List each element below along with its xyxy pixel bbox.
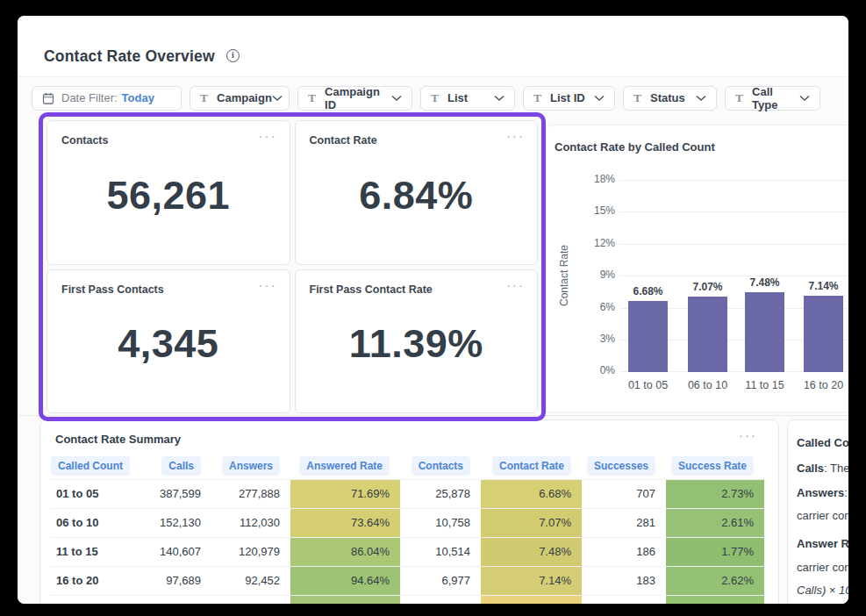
bar-value-label: 7.14% (808, 280, 838, 292)
column-header-answers[interactable]: Answers (222, 456, 280, 476)
chart-title: Contact Rate by Called Count (555, 140, 715, 154)
bar-column: 7.07% (688, 180, 727, 372)
kpi-menu-dots[interactable]: ··· (506, 281, 525, 290)
column-header-contact-rate[interactable]: Contact Rate (492, 456, 571, 476)
y-tick: 15% (580, 204, 615, 217)
kpi-title: Contact Rate (310, 134, 377, 147)
bar-11-to-15[interactable] (745, 292, 784, 372)
date-filter-chip[interactable]: Date Filter: Today (32, 86, 182, 111)
filter-chip-campaign-id[interactable]: T Campaign ID (297, 86, 412, 111)
chevron-down-icon (696, 95, 706, 102)
text-type-icon: T (633, 91, 641, 105)
column-header-answered-rate[interactable]: Answered Rate (299, 456, 390, 476)
y-tick: 12% (580, 237, 615, 249)
info-icon[interactable]: i (226, 49, 240, 62)
bar-value-label: 6.68% (633, 285, 662, 297)
filter-chip-list[interactable]: T List (420, 86, 515, 111)
filter-chip-call-type[interactable]: T Call Type (725, 86, 820, 111)
bar-column: 7.48% (745, 180, 784, 372)
text-type-icon: T (735, 91, 743, 105)
kpi-title: First Pass Contacts (61, 283, 164, 296)
column-header-contacts[interactable]: Contacts (412, 456, 470, 476)
dashboard-window: Contact Rate Overview i Date Filter: Tod… (18, 16, 848, 604)
x-tick: 06 to 10 (677, 379, 738, 391)
chevron-down-icon (272, 95, 283, 102)
table-menu-dots[interactable]: ··· (739, 431, 757, 440)
chevron-down-icon (594, 95, 605, 102)
bar-06-to-10[interactable] (688, 297, 727, 372)
bar-value-label: 7.07% (692, 281, 722, 293)
x-tick: 11 to 15 (734, 379, 795, 391)
kpi-value: 56,261 (47, 173, 290, 218)
table-row: 06 to 10 152,130 112,030 73.64% 10,758 7… (51, 508, 764, 537)
text-type-icon: T (308, 91, 316, 105)
page-header: Contact Rate Overview i (18, 16, 848, 77)
bar-16-to-20[interactable] (804, 296, 843, 372)
text-type-icon: T (200, 91, 208, 105)
bar-value-label: 7.48% (749, 276, 779, 289)
kpi-highlight-group: Contacts ··· 56,261 Contact Rate ··· 6.8… (39, 112, 546, 421)
kpi-title: First Pass Contact Rate (310, 283, 433, 296)
kpi-card-first-pass-contacts: First Pass Contacts ··· 4,345 (47, 269, 290, 414)
column-header-success-rate[interactable]: Success Rate (671, 456, 754, 476)
y-tick: 9% (580, 269, 615, 281)
chevron-down-icon (799, 95, 810, 102)
y-axis-label: Contact Rate (558, 232, 570, 319)
table-row: 01 to 05 387,599 277,888 71.69% 25,878 6… (51, 479, 764, 508)
page-title: Contact Rate Overview (44, 47, 215, 66)
column-header-called-count[interactable]: Called Count (51, 456, 130, 476)
kpi-menu-dots[interactable]: ··· (259, 281, 277, 290)
definition-heading: Called Cou (797, 436, 848, 449)
y-tick: 3% (580, 333, 615, 345)
filter-chip-status[interactable]: T Status (623, 86, 717, 111)
kpi-card-contacts: Contacts ··· 56,261 (47, 120, 290, 265)
contact-rate-summary-card: Contact Rate Summary ··· Called Count Ca… (39, 419, 779, 604)
y-tick: 18% (580, 173, 615, 185)
bar-column: 7.14% (804, 180, 843, 372)
table-header-row: Called Count Calls Answers Answered Rate… (51, 453, 764, 479)
summary-table: Called Count Calls Answers Answered Rate… (51, 453, 764, 604)
y-tick: 6% (580, 301, 615, 313)
kpi-title: Contacts (61, 134, 108, 147)
kpi-card-contact-rate: Contact Rate ··· 6.84% (295, 120, 539, 265)
dashboard-canvas: Contacts ··· 56,261 Contact Rate ··· 6.8… (18, 118, 848, 604)
x-tick: 01 to 05 (618, 379, 678, 391)
calendar-icon (42, 92, 54, 104)
kpi-value: 6.84% (296, 173, 538, 218)
definitions-card: Called Cou Calls: The Answers: T carrier… (787, 419, 848, 604)
table-row: 16 to 20 97,689 92,452 94.64% 6,977 7.14… (51, 566, 764, 595)
text-type-icon: T (431, 91, 439, 105)
column-header-successes[interactable]: Successes (587, 456, 655, 476)
kpi-value: 4,345 (47, 321, 290, 367)
kpi-menu-dots[interactable]: ··· (506, 132, 525, 140)
chevron-down-icon (391, 95, 402, 102)
date-filter-label: Date Filter: (61, 91, 118, 104)
table-row: 11 to 15 140,607 120,979 86.04% 10,514 7… (51, 537, 764, 566)
filter-chip-list-id[interactable]: T List ID (523, 86, 615, 111)
filter-chip-campaign[interactable]: T Campaign (190, 86, 290, 111)
column-header-calls[interactable]: Calls (161, 456, 201, 476)
y-tick: 0% (580, 364, 615, 376)
text-type-icon: T (533, 91, 541, 105)
table-title: Contact Rate Summary (55, 433, 181, 446)
x-tick: 16 to 20 (793, 379, 848, 391)
table-row-partial (51, 595, 764, 604)
chart-plot-area: 6.68% 7.07% 7.48% 7.14% 01 to 05 06 to 1… (619, 180, 848, 372)
bar-chart-card: Contact Rate by Called Count Contact Rat… (546, 125, 848, 412)
kpi-menu-dots[interactable]: ··· (259, 132, 277, 140)
chevron-down-icon (494, 95, 505, 102)
kpi-card-first-pass-contact-rate: First Pass Contact Rate ··· 11.39% (295, 269, 539, 414)
bar-01-to-05[interactable] (628, 301, 668, 372)
date-filter-value: Today (122, 91, 154, 104)
bar-column: 6.68% (628, 180, 668, 372)
kpi-value: 11.39% (296, 321, 538, 367)
